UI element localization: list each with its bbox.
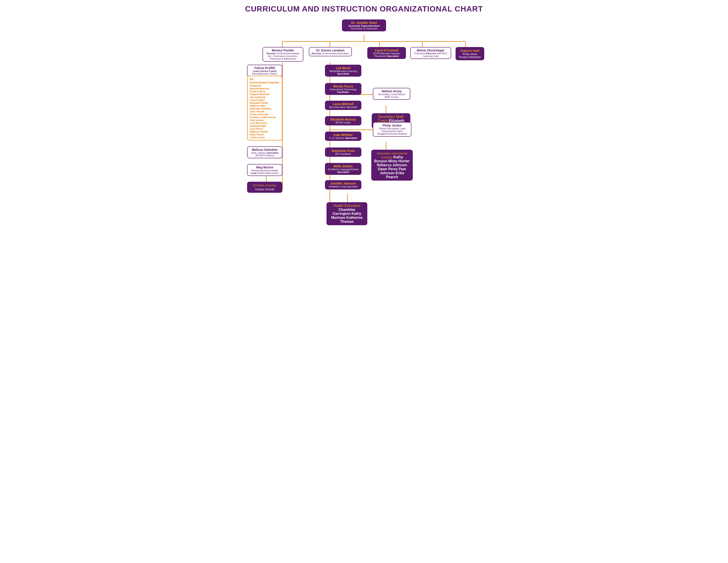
donna-node: Dr. Donna Lanahan Director of Secondary …: [309, 47, 352, 56]
nathan-node: Nathan Arvey Secondary Lead District Mat…: [373, 88, 410, 100]
support-item-1: Kristy Jones: [458, 53, 482, 56]
es-coach-18: Laura Josey: [250, 136, 280, 139]
carol-name: Carol O'Connell: [370, 49, 404, 52]
carol-node: Carol O'Connell BT/PD/Student Teacher Pl…: [367, 47, 406, 59]
elizabethm-title: MTSS Coach: [327, 121, 359, 124]
jennifer-j-node: Jennifer Johnson Healthful Living Specia…: [325, 180, 361, 189]
es-coach-17: Sally Taylor: [250, 133, 280, 136]
nathan-name: Nathan Arvey: [375, 89, 408, 93]
es-coach-10: Kristy Kamszik: [250, 113, 280, 116]
carol-title: BT/PD/Student Teacher Placement Speciali…: [370, 52, 404, 57]
betsie-name: Betsie Stockslager: [413, 49, 449, 52]
es-math-coaches-node: ES Math Coaches Kristine Schmitt: [247, 182, 282, 193]
es-coach-2: Paula Autrey: [250, 90, 280, 93]
donna-name: Dr. Donna Lanahan: [311, 49, 350, 52]
donna-title: Director of Secondary Education: [311, 52, 350, 55]
root-name: Dr. Jennifer Reed: [344, 21, 384, 24]
stephanie-name: Stephanie Knox: [327, 149, 359, 152]
support-staff-node: Support Staff Kristy Jones Poniece McMah…: [456, 47, 484, 60]
wendy-title: Instructional Technology Facilitator: [327, 88, 359, 93]
jenniferj-name: Jennifer Johnson: [327, 182, 359, 185]
es-coach-8: Gabrielle Godfrey: [250, 107, 280, 110]
betsie-node: Betsie Stockslager Preschool Director wi…: [410, 47, 451, 59]
monica-node: Monica Ponder Director of Elem/Intermedi…: [263, 47, 303, 62]
stephanie-title: AIG Facilitator: [327, 152, 359, 155]
lila-title: Media/Blended Learning Specialist: [327, 70, 359, 75]
laura-title: Arts Education Specialist: [327, 106, 359, 108]
es-coach-15: Lisa Piercy: [250, 127, 280, 130]
kate-title: K-12 Science Specialist: [327, 137, 359, 139]
es-coach-11: Cynthia Leatherwood: [250, 116, 280, 118]
wendy-node: Wendy Fusco Instructional Technology Fac…: [325, 83, 361, 95]
sec-ic-4: Dawn Perez: [378, 167, 398, 171]
support-title: Support Staff: [460, 49, 479, 52]
melissa-title: Early Literacy Specialist (NCDPI Positio…: [249, 151, 280, 157]
health-title: Health Educators: [333, 204, 360, 207]
felicia-name: Felicia Proffitt: [249, 66, 280, 70]
meg-title: Elementary/Intermediate Lead District Ma…: [249, 169, 280, 174]
philip-title: District Secondary Lead Instructional Co…: [375, 127, 409, 135]
es-math-item-1: Kristine Schmitt: [255, 188, 274, 191]
wendy-name: Wendy Fusco: [327, 85, 359, 88]
lila-node: Lila Morel Media/Blended Learning Specia…: [325, 65, 361, 77]
meg-name: Meg McKee: [249, 165, 280, 169]
melissa-name: Melissa Solesbee: [249, 148, 280, 151]
es-coaches-title: ESInstructional Coaches: [250, 77, 280, 84]
secondary-ic-node: Secondary Instructional Coaches Kathy Bo…: [371, 150, 413, 180]
org-chart: Dr. Jennifer Reed Associate Superintende…: [247, 17, 481, 249]
melissa-node: Melissa Solesbee Early Literacy Speciali…: [247, 146, 282, 158]
monica-name: Monica Ponder: [265, 49, 301, 52]
lila-name: Lila Morel: [327, 66, 359, 70]
es-coach-12: Lisa Lemus: [250, 118, 280, 121]
page-title: CURRICULUM AND INSTRUCTION ORGANIZATIONA…: [4, 4, 724, 13]
support-item-2: Poniece McMahan: [458, 56, 482, 59]
es-math-title: ES Math Coaches: [253, 184, 276, 187]
jenniferj-title: Healthful Living Specialist: [327, 185, 359, 188]
es-coach-4: Jan Caldwell: [250, 96, 280, 98]
betsie-title: Preschool Director with BCS Learning Lab…: [413, 52, 449, 57]
felicia-node: Felicia Proffitt Lead Literary Coach Ele…: [247, 65, 282, 77]
felicia-title: Lead Literary Coach Elem/Intermed. Distr…: [249, 70, 280, 75]
sec-ic-2: Misty Hunter: [388, 159, 410, 163]
health-educators-node: Health Educators Chamblee Carrington Kat…: [326, 202, 367, 225]
es-coach-3: Virginia Buckner: [250, 93, 280, 96]
elizabeth-m-node: Elizabeth Massey MTSS Coach: [325, 116, 361, 125]
philip-name: Philip Justen: [375, 124, 409, 127]
es-coach-16: Kathryn Speak: [250, 130, 280, 133]
sec-ic-3: Rebecca Johnson: [377, 163, 407, 167]
es-coach-6: Rebekah Dodd: [250, 101, 280, 104]
root-node: Dr. Jennifer Reed Associate Superintende…: [342, 19, 386, 31]
elizabethm-name: Elizabeth Massey: [327, 118, 359, 121]
es-coach-13: Lori McCourry: [250, 121, 280, 124]
laura-node: Laura Mitchell Arts Education Specialist: [325, 101, 361, 110]
millie-name: Millie Stubbs: [327, 164, 359, 168]
root-title: Associate Superintendent Curriculum & In…: [344, 24, 384, 30]
laura-name: Laura Mitchell: [327, 102, 359, 106]
millie-node: Millie Stubbs DL/World Language/Global S…: [325, 163, 361, 175]
meg-node: Meg McKee Elementary/Intermediate Lead D…: [247, 164, 282, 176]
nathan-title: Secondary Lead District Math Coach: [375, 93, 408, 98]
es-coach-5: Lesa Coates: [250, 98, 280, 101]
es-coach-9: Jane Houde: [250, 110, 280, 113]
philip-node: Philip Justen District Secondary Lead In…: [373, 122, 411, 137]
es-coach-1: Elizabeth Apostolopoulos: [250, 84, 280, 90]
millie-title: DL/World Language/Global Specialist: [327, 168, 359, 173]
kate-name: Kate Whittier: [327, 133, 359, 137]
es-coaches-node: ESInstructional Coaches Elizabeth Aposto…: [247, 76, 282, 140]
es-coach-14: Amanda Ogle: [250, 124, 280, 127]
monica-title: Director of Elem/Intermediate Ed - Curri…: [265, 52, 301, 60]
stephanie-node: Stephanie Knox AIG Facilitator: [325, 147, 361, 157]
kate-node: Kate Whittier K-12 Science Specialist: [325, 132, 361, 141]
es-coach-7: Kathryn Ellis: [250, 104, 280, 107]
